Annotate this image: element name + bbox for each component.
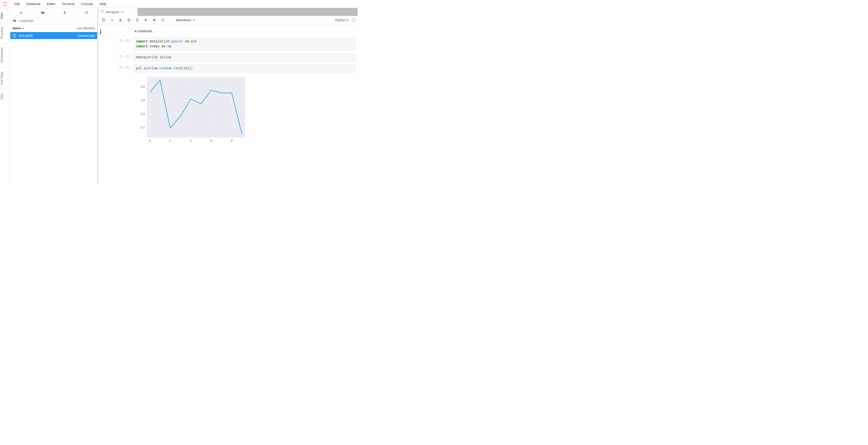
svg-text:0.2: 0.2 (141, 126, 145, 129)
activity-tab-tabs[interactable]: Tabs (0, 89, 10, 104)
markdown-cell[interactable]: A notebook... (100, 28, 356, 35)
restart-button[interactable] (159, 17, 166, 23)
code-cell[interactable]: In [8]:plt.plot(np.random.rand(10));0246… (100, 64, 356, 145)
svg-text:4: 4 (190, 139, 192, 142)
tab-label: test.ipynb (106, 10, 119, 14)
svg-rect-1 (63, 13, 66, 14)
cut-button[interactable] (117, 17, 124, 23)
new-folder-button[interactable] (39, 9, 47, 16)
copy-button[interactable] (125, 17, 132, 23)
activity-bar: FilesRunningCommandsCell ToolsTabs (0, 8, 10, 183)
cell-type-select[interactable]: Markdown (175, 18, 197, 23)
new-launcher-button[interactable] (17, 9, 25, 16)
code-input[interactable]: plt.plot(np.random.rand(10)); (134, 64, 356, 72)
file-row[interactable]: test.ipynb seconds ago (10, 32, 97, 39)
document-tabbar: test.ipynb ✕ (98, 8, 358, 16)
refresh-button[interactable] (82, 9, 91, 16)
document-tab[interactable]: test.ipynb ✕ (98, 8, 137, 16)
col-name-label[interactable]: Name (13, 26, 21, 30)
code-input[interactable]: %matplotlib inline (134, 53, 356, 62)
menu-console[interactable]: Console (78, 1, 96, 7)
notebook-icon (13, 34, 17, 37)
svg-text:0.8: 0.8 (141, 85, 145, 89)
svg-text:0: 0 (149, 139, 151, 142)
notebook-icon (101, 10, 104, 14)
home-icon[interactable] (13, 19, 17, 23)
svg-point-0 (6, 2, 7, 2)
activity-tab-commands[interactable]: Commands (0, 43, 10, 67)
code-input[interactable]: import matplotlib.pyplot as pltimport nu… (134, 37, 356, 51)
svg-rect-9 (128, 20, 130, 22)
markdown-rendered[interactable]: A notebook... (134, 28, 356, 34)
cell-type-label: Markdown (176, 18, 191, 22)
breadcrumb-separator: › (18, 19, 19, 23)
paste-button[interactable] (134, 17, 141, 23)
upload-button[interactable] (60, 9, 69, 16)
jupyter-logo (2, 1, 8, 7)
svg-rect-3 (14, 35, 15, 35)
menubar: FileNotebookEditorTerminalConsoleHelp (0, 0, 358, 8)
menu-notebook[interactable]: Notebook (23, 1, 44, 7)
insert-cell-button[interactable] (108, 17, 116, 23)
activity-tab-files[interactable]: Files (0, 8, 10, 23)
kernel-status-indicator[interactable] (352, 18, 356, 22)
activity-tab-running[interactable]: Running (0, 23, 10, 43)
svg-text:8: 8 (231, 139, 232, 142)
svg-rect-6 (103, 19, 104, 20)
kernel-name[interactable]: Python 3 (335, 18, 348, 22)
svg-rect-4 (101, 10, 103, 13)
notebook-body[interactable]: A notebook...In [6]:import matplotlib.py… (98, 24, 358, 183)
activity-tab-cell-tools[interactable]: Cell Tools (0, 67, 10, 89)
svg-rect-2 (13, 34, 16, 37)
menu-terminal[interactable]: Terminal (59, 1, 78, 7)
svg-rect-10 (136, 19, 138, 21)
code-cell[interactable]: In [7]:%matplotlib inline (100, 53, 356, 62)
svg-text:6: 6 (210, 139, 212, 142)
svg-text:0.6: 0.6 (141, 99, 145, 102)
close-icon[interactable]: ✕ (121, 10, 124, 14)
cell-prompt: In [8]: (115, 64, 134, 145)
svg-rect-11 (137, 19, 138, 20)
menu-file[interactable]: File (11, 1, 23, 7)
svg-text:0.4: 0.4 (141, 112, 145, 116)
sort-asc-icon[interactable] (22, 26, 25, 30)
svg-text:2: 2 (169, 139, 171, 142)
run-button[interactable] (142, 17, 149, 23)
file-name: test.ipynb (19, 34, 78, 37)
plot-output: 024680.20.40.60.8 (134, 74, 356, 145)
file-browser-toolbar (10, 8, 97, 17)
cell-prompt: In [6]: (115, 37, 134, 51)
file-list-header: Name Last Modified (10, 25, 97, 32)
active-cell-indicator (100, 29, 101, 35)
interrupt-button[interactable] (151, 17, 158, 23)
breadcrumb-folder[interactable]: jupyterlab (20, 19, 33, 23)
chevron-down-icon (193, 18, 195, 22)
file-browser-panel: › jupyterlab Name Last Modified test.ipy… (10, 8, 97, 183)
menu-editor[interactable]: Editor (44, 1, 59, 7)
file-modified: seconds ago (78, 34, 95, 37)
cell-prompt: In [7]: (115, 53, 134, 62)
notebook-toolbar: Markdown Python 3 (98, 16, 358, 24)
cell-prompt (115, 28, 134, 35)
svg-rect-12 (154, 19, 155, 21)
menu-help[interactable]: Help (96, 1, 110, 7)
main-area: test.ipynb ✕ (97, 8, 358, 183)
breadcrumb[interactable]: › jupyterlab (10, 17, 97, 25)
code-cell[interactable]: In [6]:import matplotlib.pyplot as pltim… (100, 37, 356, 51)
save-button[interactable] (100, 17, 107, 23)
col-modified-label[interactable]: Last Modified (77, 26, 95, 30)
